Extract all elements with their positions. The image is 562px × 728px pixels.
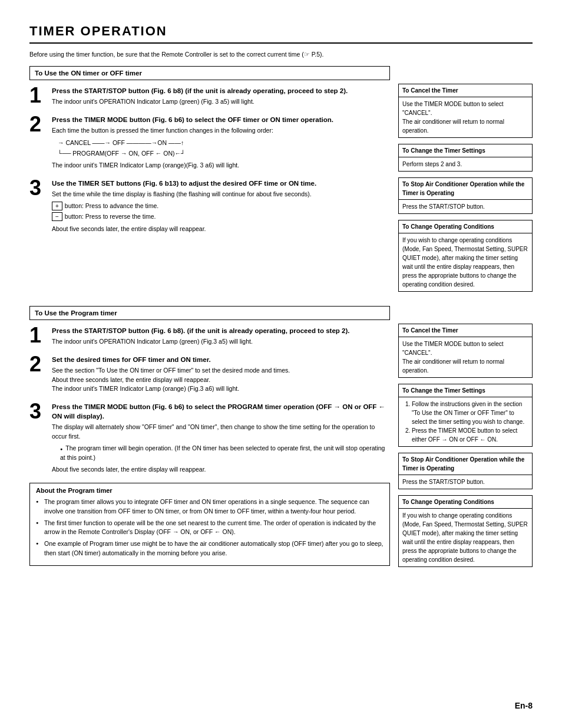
s2-change-timer-item1: Follow the instructions given in the sec…	[412, 400, 528, 426]
section2-step3: 3 Press the TIMER MODE button (Fig. 6 b6…	[29, 402, 390, 477]
section2-header: To Use the Program timer	[35, 309, 117, 317]
step2-num: 2	[29, 114, 46, 135]
step3-content: Use the TIMER SET buttons (Fig. 6 b13) t…	[52, 179, 390, 236]
section2-step2: 2 Set the desired times for OFF timer an…	[29, 355, 390, 396]
s1-cancel-content: Use the TIMER MODE button to select "CAN…	[399, 97, 532, 137]
step2-content: Press the TIMER MODE button (Fig. 6 b6) …	[52, 115, 390, 173]
flow-line1: → CANCEL ——→ OFF ————→ON ——↑	[58, 138, 390, 149]
section1-steps: To Use the ON timer or OFF timer 1 Press…	[29, 66, 390, 298]
s2-step1-desc: The indoor unit's OPERATION Indicator La…	[52, 337, 390, 347]
section2-layout: To Use the Program timer 1 Press the STA…	[29, 306, 533, 573]
s2-change-oper-box: To Change Operating Conditions If you wi…	[398, 495, 533, 567]
s2-change-timer-item2: Press the TIMER MODE button to select ei…	[412, 426, 528, 444]
section2-sidebar: To Cancel the Timer Use the TIMER MODE b…	[398, 306, 533, 573]
s2-cancel-content: Use the TIMER MODE button to select "CAN…	[399, 337, 532, 377]
s2-step1-content: Press the START/STOP button (Fig. 6 b8).…	[52, 326, 390, 349]
s2-change-timer-box: To Change the Timer Settings Follow the …	[398, 384, 533, 447]
step1-desc: The indoor unit's OPERATION Indicator La…	[52, 97, 390, 107]
page: TIMER OPERATION Before using the timer f…	[0, 0, 562, 728]
s2-cancel-box: To Cancel the Timer Use the TIMER MODE b…	[398, 324, 533, 378]
s1-change-oper-content: If you wish to change operating conditio…	[399, 233, 532, 291]
s2-stop-content: Press the START/STOP button.	[399, 475, 532, 489]
s2-change-timer-list: Follow the instructions given in the sec…	[402, 400, 528, 444]
s1-change-oper-box: To Change Operating Conditions If you wi…	[398, 220, 533, 292]
s2-stop-title: To Stop Air Conditioner Operation while …	[399, 453, 532, 475]
s2-step3-num: 3	[29, 401, 46, 422]
step3-desc: Set the time while the time display is f…	[52, 190, 390, 199]
s1-stop-title: To Stop Air Conditioner Operation while …	[399, 178, 532, 200]
section1-step3: 3 Use the TIMER SET buttons (Fig. 6 b13)…	[29, 179, 390, 236]
s1-change-oper-title: To Change Operating Conditions	[399, 220, 532, 233]
about-title: About the Program timer	[36, 487, 384, 494]
about-bullet-2: The first timer function to operate will…	[36, 519, 384, 538]
page-number: En-8	[515, 701, 533, 710]
about-box: About the Program timer The program time…	[29, 483, 390, 566]
s2-cancel-title: To Cancel the Timer	[399, 324, 532, 337]
s1-change-timer-box: To Change the Timer Settings Perform ste…	[398, 144, 533, 172]
section1-header-box: To Use the ON timer or OFF timer	[29, 66, 390, 80]
s2-step3-content: Press the TIMER MODE button (Fig. 6 b6) …	[52, 402, 390, 477]
s2-change-oper-content: If you wish to change operating conditio…	[399, 509, 532, 566]
page-title: TIMER OPERATION	[29, 24, 533, 44]
s2-step2-desc: See the section "To Use the ON timer or …	[52, 366, 390, 394]
s2-step2-content: Set the desired times for OFF timer and …	[52, 355, 390, 396]
s2-step3-desc: The display will alternately show "OFF t…	[52, 423, 390, 442]
plus-icon: +	[52, 202, 62, 210]
s2-change-oper-title: To Change Operating Conditions	[399, 496, 532, 509]
step1-content: Press the START/STOP button (Fig. 6 b8) …	[52, 86, 390, 109]
section1-step2: 2 Press the TIMER MODE button (Fig. 6 b6…	[29, 115, 390, 173]
section1-header: To Use the ON timer or OFF timer	[35, 70, 142, 77]
section1-layout: To Use the ON timer or OFF timer 1 Press…	[29, 66, 533, 298]
button-row-minus: − button: Press to reverse the time.	[52, 212, 390, 221]
about-bullet-3: One example of Program timer use might b…	[36, 539, 384, 558]
flow-line2: └── PROGRAM(OFF → ON, OFF ← ON)←┘	[58, 149, 390, 159]
s1-cancel-box: To Cancel the Timer Use the TIMER MODE b…	[398, 84, 533, 138]
s2-change-timer-title: To Change the Timer Settings	[399, 384, 532, 397]
step2-desc: Each time the button is pressed the time…	[52, 126, 390, 136]
section2-steps: To Use the Program timer 1 Press the STA…	[29, 306, 390, 573]
timer-flow: → CANCEL ——→ OFF ————→ON ——↑ └── PROGRAM…	[58, 138, 390, 159]
s1-change-timer-content: Perform steps 2 and 3.	[399, 157, 532, 171]
s2-step2-num: 2	[29, 354, 46, 375]
s2-step1-title: Press the START/STOP button (Fig. 6 b8).…	[52, 326, 390, 335]
about-list: The program timer allows you to integrat…	[36, 498, 384, 558]
s1-cancel-title: To Cancel the Timer	[399, 84, 532, 97]
s1-stop-box: To Stop Air Conditioner Operation while …	[398, 177, 533, 214]
section2-header-box: To Use the Program timer	[29, 306, 390, 320]
s1-stop-content: Press the START/STOP button.	[399, 200, 532, 213]
plus-label: button: Press to advance the time.	[65, 202, 158, 209]
step3-desc2: About five seconds later, the entire dis…	[52, 225, 390, 234]
about-bullet-1: The program timer allows you to integrat…	[36, 498, 384, 516]
s2-step3-bullet: The program timer will begin operation. …	[52, 444, 390, 463]
step2-title: Press the TIMER MODE button (Fig. 6 b6) …	[52, 115, 390, 124]
step2-desc2: The indoor unit's TIMER Indicator Lamp (…	[52, 161, 390, 170]
s1-change-timer-title: To Change the Timer Settings	[399, 144, 532, 157]
s2-step1-num: 1	[29, 325, 46, 346]
intro-text: Before using the timer function, be sure…	[29, 51, 533, 58]
step3-title: Use the TIMER SET buttons (Fig. 6 b13) t…	[52, 179, 390, 188]
minus-label: button: Press to reverse the time.	[65, 213, 156, 220]
s2-step2-title: Set the desired times for OFF timer and …	[52, 355, 390, 364]
section1-sidebar: To Cancel the Timer Use the TIMER MODE b…	[398, 66, 533, 298]
section1-step1: 1 Press the START/STOP button (Fig. 6 b8…	[29, 86, 390, 109]
s2-stop-box: To Stop Air Conditioner Operation while …	[398, 453, 533, 489]
section2-step1: 1 Press the START/STOP button (Fig. 6 b8…	[29, 326, 390, 349]
step1-num: 1	[29, 85, 46, 106]
s2-change-timer-content: Follow the instructions given in the sec…	[399, 397, 532, 446]
minus-icon: −	[52, 212, 62, 221]
s2-step3-desc2: About five seconds later, the entire dis…	[52, 465, 390, 475]
step3-num: 3	[29, 177, 46, 199]
s2-step3-title: Press the TIMER MODE button (Fig. 6 b6) …	[52, 402, 390, 421]
step1-title: Press the START/STOP button (Fig. 6 b8) …	[52, 86, 390, 95]
button-row-plus: + button: Press to advance the time.	[52, 202, 390, 210]
